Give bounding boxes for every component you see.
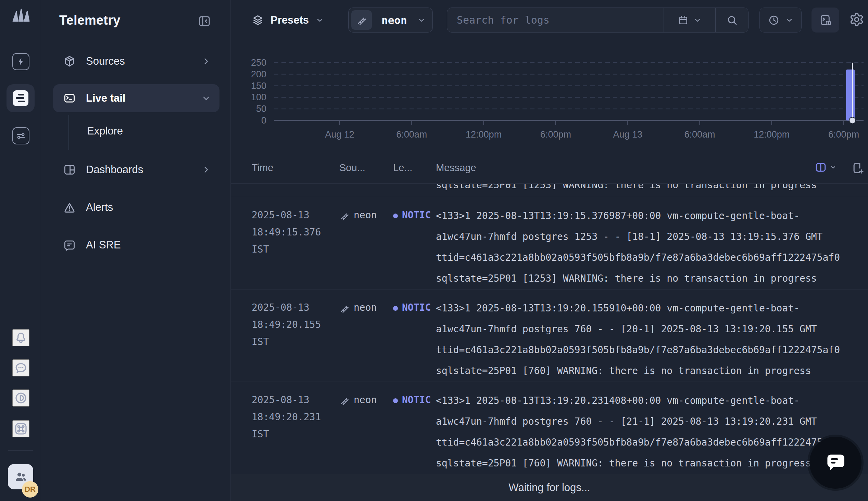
sidebar-item-sources[interactable]: Sources — [53, 47, 220, 75]
gear-icon — [849, 12, 864, 27]
svg-text:Aug 12: Aug 12 — [325, 129, 354, 140]
quick-actions-button[interactable] — [12, 53, 30, 70]
rail-divider — [8, 450, 33, 451]
avatar-badge: DR — [22, 481, 38, 498]
column-layout-button[interactable] — [815, 161, 836, 173]
search-icon — [726, 14, 738, 26]
logs-icon — [13, 90, 29, 106]
column-header-message: Message — [436, 162, 868, 173]
sidebar-item-alerts[interactable]: Alerts — [53, 193, 220, 221]
message-square-icon — [63, 238, 76, 252]
search-input[interactable] — [447, 8, 664, 32]
log-message: <133>1 2025-08-13T13:19:20.231408+00:00 … — [436, 390, 868, 474]
source-track-icon — [339, 303, 350, 313]
terminal-icon — [63, 92, 76, 105]
chevron-right-icon — [202, 57, 211, 66]
log-source: neon — [339, 298, 393, 382]
sidebar-item-dashboards[interactable]: Dashboards — [53, 156, 220, 184]
log-table-header: Time Sou... Le... Message — [231, 152, 868, 184]
column-header-level: Le... — [393, 162, 436, 173]
chevron-down-icon — [202, 94, 211, 103]
presets-button[interactable]: Presets — [252, 8, 324, 32]
sidebar-item-label: Alerts — [86, 201, 113, 214]
sidebar-item-explore[interactable]: Explore — [87, 118, 123, 144]
clock-icon — [768, 14, 780, 26]
column-header-time: Time — [252, 162, 339, 173]
users-icon — [13, 470, 28, 484]
sidebar-item-label: Live tail — [86, 92, 125, 104]
chevron-down-icon — [417, 16, 426, 24]
bell-icon — [14, 331, 28, 344]
chevron-down-icon — [316, 16, 324, 24]
page-title: Telemetry — [59, 13, 120, 28]
sidebar-item-ai-sre[interactable]: AI SRE — [53, 231, 220, 259]
logs-rail-button[interactable] — [7, 84, 34, 112]
run-search-button[interactable] — [716, 8, 748, 32]
level-dot — [393, 214, 398, 218]
sidebar: Telemetry Sources — [41, 0, 231, 501]
log-message: <133>1 2025-08-13T13:19:20.155910+00:00 … — [436, 298, 868, 382]
source-select-value: neon — [381, 14, 407, 26]
column-header-source: Sou... — [339, 162, 393, 173]
pipelines-button[interactable] — [12, 127, 30, 145]
log-level: NOTIC — [393, 298, 436, 382]
svg-text:150: 150 — [251, 81, 266, 91]
terminal-code-button[interactable] — [812, 8, 839, 32]
source-track-icon — [351, 10, 372, 30]
svg-text:6:00am: 6:00am — [396, 129, 427, 140]
app-root: DR Telemetry Sources — [0, 0, 868, 501]
sidebar-collapse-button[interactable] — [198, 14, 211, 28]
theme-contrast-button[interactable] — [12, 390, 30, 407]
chevron-down-icon — [830, 164, 836, 171]
time-range-button[interactable] — [760, 8, 802, 32]
svg-text:12:00pm: 12:00pm — [754, 129, 790, 140]
command-icon — [14, 422, 28, 436]
sidebar-item-label: Sources — [86, 55, 125, 67]
svg-text:6:00pm: 6:00pm — [828, 129, 859, 140]
source-track-icon — [339, 396, 350, 406]
log-source: neon — [339, 205, 393, 289]
log-row[interactable]: 2025-08-1318:49:20.155IST neonNOTIC<133>… — [231, 289, 868, 382]
svg-text:6:00pm: 6:00pm — [540, 129, 571, 140]
chevron-right-icon — [202, 165, 211, 174]
icon-rail: DR — [0, 0, 41, 501]
presets-label: Presets — [271, 14, 309, 26]
log-volume-chart[interactable]: 050100150200250Aug 126:00am12:00pm6:00pm… — [231, 40, 868, 152]
add-column-icon — [851, 161, 865, 175]
svg-text:Aug 13: Aug 13 — [613, 129, 642, 140]
sidebar-item-label: Dashboards — [86, 163, 143, 176]
tree-indent-line — [68, 115, 69, 150]
svg-text:250: 250 — [251, 57, 266, 68]
terminal-code-icon — [819, 14, 832, 27]
log-timestamp: 2025-08-1318:49:20.155IST — [252, 298, 339, 382]
log-message: <133>1 2025-08-13T13:19:15.376987+00:00 … — [436, 205, 868, 289]
log-row[interactable]: 2025-08-1318:49:20.231IST neonNOTIC<133>… — [231, 382, 868, 474]
lightning-icon — [16, 56, 26, 67]
svg-text:100: 100 — [251, 92, 266, 102]
date-range-button[interactable] — [664, 8, 715, 32]
chat-fab-button[interactable] — [809, 437, 861, 489]
level-dot — [393, 398, 398, 403]
log-level: NOTIC — [393, 390, 436, 474]
add-column-button[interactable] — [851, 161, 865, 175]
chat-fab-icon — [824, 451, 847, 474]
contrast-icon — [14, 391, 28, 405]
middleware-logo — [11, 8, 30, 23]
notifications-button[interactable] — [12, 329, 30, 346]
sidebar-item-label: AI SRE — [86, 239, 121, 251]
log-table-body: 2025-08-1318:49:15.376IST neonNOTIC<133>… — [231, 197, 868, 474]
log-timestamp: 2025-08-1318:49:20.231IST — [252, 390, 339, 474]
sidebar-item-live-tail[interactable]: Live tail — [53, 84, 220, 112]
calendar-icon — [678, 15, 689, 26]
dashboard-grid-icon — [63, 163, 76, 176]
status-text: Waiting for logs... — [508, 481, 590, 494]
feedback-button[interactable] — [12, 359, 30, 376]
log-row[interactable]: 2025-08-1318:49:15.376IST neonNOTIC<133>… — [231, 197, 868, 289]
command-menu-button[interactable] — [12, 420, 30, 437]
clipped-log-row[interactable]: sqlstate=25P01 [1253] WARNING: there is … — [231, 184, 868, 197]
status-bar: Waiting for logs... — [231, 474, 868, 501]
settings-button[interactable] — [849, 12, 865, 28]
topbar: Presets neon — [231, 0, 868, 40]
log-search-bar — [447, 8, 749, 32]
source-select[interactable]: neon — [348, 8, 433, 32]
